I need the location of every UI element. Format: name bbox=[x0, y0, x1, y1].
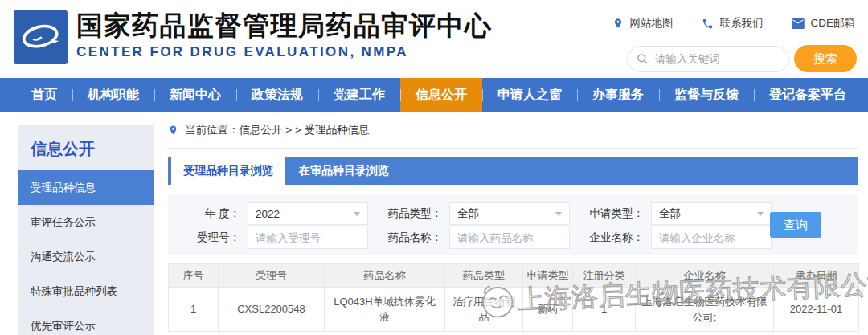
company-name-label: 企业名称： bbox=[583, 231, 644, 245]
sitemap-label: 网站地图 bbox=[629, 16, 673, 31]
nav-item-party[interactable]: 党建工作 bbox=[318, 78, 400, 112]
chevron-down-icon bbox=[757, 212, 764, 216]
acceptance-no-label: 受理号： bbox=[179, 231, 240, 245]
site-title: 国家药品监督管理局药品审评中心 bbox=[76, 9, 493, 42]
col-header-acceptance-no: 受理号 bbox=[219, 264, 325, 288]
mail-icon bbox=[792, 18, 805, 29]
search-button[interactable]: 搜索 bbox=[794, 45, 857, 72]
content: 当前位置：信息公开 > > 受理品种信息 受理品种目录浏览 在审品种目录浏览 年… bbox=[158, 112, 868, 335]
drug-type-label: 药品类型： bbox=[381, 206, 442, 221]
nav-item-services[interactable]: 办事服务 bbox=[577, 78, 659, 112]
breadcrumb: 当前位置：信息公开 > > 受理品种信息 bbox=[168, 112, 858, 149]
cell-registration-class: 1 bbox=[573, 288, 636, 332]
application-type-select[interactable]: 全部 bbox=[651, 202, 772, 225]
sidebar-item-review-tasks[interactable]: 审评任务公示 bbox=[18, 205, 154, 239]
col-header-date: 承办日期 bbox=[774, 264, 859, 288]
cde-mail-label: CDE邮箱 bbox=[810, 16, 855, 31]
sidebar-item-communication[interactable]: 沟通交流公示 bbox=[18, 239, 154, 274]
breadcrumb-text: 当前位置：信息公开 > > 受理品种信息 bbox=[185, 123, 370, 137]
map-pin-icon bbox=[612, 17, 624, 30]
drug-name-input[interactable] bbox=[449, 227, 570, 249]
col-header-application-type: 申请类型 bbox=[523, 264, 573, 288]
sidebar-item-priority-review[interactable]: 优先审评公示 bbox=[18, 308, 154, 335]
sidebar-item-accepted-varieties[interactable]: 受理品种信息 bbox=[18, 170, 154, 205]
cell-acceptance-no: CXSL2200548 bbox=[219, 288, 325, 332]
page: 国家药品监督管理局药品审评中心 CENTER FOR DRUG EVALUATI… bbox=[0, 0, 868, 335]
sidebar-title: 信息公开 bbox=[18, 125, 154, 170]
col-header-drug-type: 药品类型 bbox=[445, 264, 523, 288]
cell-application-type: 新药 bbox=[523, 288, 573, 332]
location-pin-icon bbox=[168, 124, 178, 137]
contact-label: 联系我们 bbox=[719, 16, 763, 31]
table-row[interactable]: 1 CXSL2200548 LQ043H单域抗体雾化液 治疗用生物制品 新药 1… bbox=[169, 288, 859, 332]
main-nav: 首页 机构职能 新闻中心 政策法规 党建工作 信息公开 申请人之窗 办事服务 监… bbox=[0, 78, 868, 112]
drug-type-select-value: 全部 bbox=[457, 206, 479, 221]
quick-links: 网站地图 联系我们 CDE邮箱 bbox=[612, 16, 855, 31]
tab-under-review-catalog[interactable]: 在审品种目录浏览 bbox=[285, 157, 403, 185]
col-header-registration-class: 注册分类 bbox=[573, 264, 636, 288]
site-subtitle: CENTER FOR DRUG EVALUATION, NMPA bbox=[76, 44, 493, 60]
cell-drug-type: 治疗用生物制品 bbox=[445, 288, 523, 332]
chevron-down-icon bbox=[354, 212, 360, 216]
sidebar-item-special-approval[interactable]: 特殊审批品种列表 bbox=[18, 274, 154, 308]
cell-drug-name: LQ043H单域抗体雾化液 bbox=[325, 288, 445, 332]
results-table-wrap: 序号 受理号 药品名称 药品类型 申请类型 注册分类 企业名称 承办日期 1 bbox=[168, 263, 858, 332]
nav-item-news[interactable]: 新闻中心 bbox=[154, 78, 236, 112]
table-header-row: 序号 受理号 药品名称 药品类型 申请类型 注册分类 企业名称 承办日期 bbox=[169, 264, 859, 288]
year-select[interactable]: 2022 bbox=[248, 202, 368, 225]
tab-accepted-catalog[interactable]: 受理品种目录浏览 bbox=[171, 157, 285, 185]
search-row: 搜索 bbox=[627, 45, 857, 72]
cell-seq: 1 bbox=[169, 288, 219, 332]
col-header-seq: 序号 bbox=[169, 264, 219, 288]
chevron-down-icon bbox=[555, 212, 562, 216]
filter-panel: 年 度： 2022 药品类型： 全部 申请类型： 全部 bbox=[168, 195, 858, 255]
search-icon bbox=[637, 53, 649, 65]
nav-item-functions[interactable]: 机构职能 bbox=[72, 78, 154, 112]
nav-item-policies[interactable]: 政策法规 bbox=[236, 78, 318, 112]
results-table: 序号 受理号 药品名称 药品类型 申请类型 注册分类 企业名称 承办日期 1 bbox=[168, 263, 859, 332]
search-input[interactable] bbox=[627, 46, 789, 72]
acceptance-no-input[interactable] bbox=[248, 227, 368, 249]
sitemap-link[interactable]: 网站地图 bbox=[612, 16, 673, 31]
cell-company: 上海洛启生物医药技术有限公司; bbox=[636, 288, 774, 332]
main: 信息公开 受理品种信息 审评任务公示 沟通交流公示 特殊审批品种列表 优先审评公… bbox=[0, 112, 868, 335]
application-type-label: 申请类型： bbox=[583, 206, 644, 221]
phone-icon bbox=[702, 18, 714, 30]
year-select-value: 2022 bbox=[256, 208, 280, 220]
drug-type-select[interactable]: 全部 bbox=[449, 202, 570, 225]
header: 国家药品监督管理局药品审评中心 CENTER FOR DRUG EVALUATI… bbox=[0, 0, 868, 78]
company-name-input[interactable] bbox=[651, 227, 772, 249]
col-header-drug-name: 药品名称 bbox=[325, 264, 445, 288]
nav-item-applicant-window[interactable]: 申请人之窗 bbox=[482, 78, 577, 112]
nav-item-registration-platform[interactable]: 登记备案平台 bbox=[754, 78, 862, 112]
nav-item-info-disclosure[interactable]: 信息公开 bbox=[400, 78, 482, 112]
nav-item-supervision[interactable]: 监督与反馈 bbox=[659, 78, 754, 112]
application-type-select-value: 全部 bbox=[659, 206, 681, 221]
drug-name-label: 药品名称： bbox=[381, 231, 442, 245]
cell-date: 2022-11-01 bbox=[774, 288, 859, 332]
tab-bar: 受理品种目录浏览 在审品种目录浏览 bbox=[168, 157, 858, 185]
sidebar: 信息公开 受理品种信息 审评任务公示 沟通交流公示 特殊审批品种列表 优先审评公… bbox=[18, 125, 154, 335]
nav-item-home[interactable]: 首页 bbox=[16, 78, 72, 112]
cde-logo-icon bbox=[14, 10, 68, 64]
year-label: 年 度： bbox=[179, 206, 240, 221]
col-header-company: 企业名称 bbox=[636, 264, 774, 288]
contact-link[interactable]: 联系我们 bbox=[702, 16, 763, 31]
cde-mail-link[interactable]: CDE邮箱 bbox=[792, 16, 855, 31]
query-button[interactable]: 查询 bbox=[770, 212, 821, 238]
